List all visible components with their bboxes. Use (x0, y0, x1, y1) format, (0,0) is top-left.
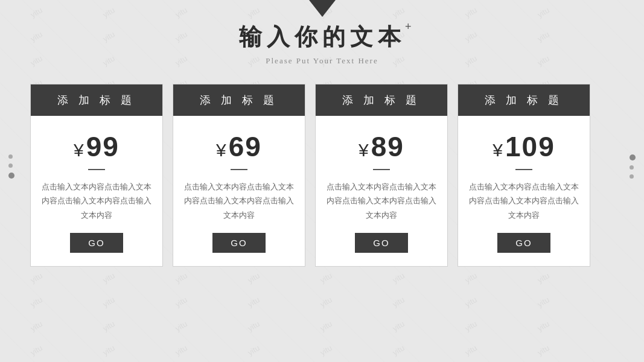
card-2-header: 添 加 标 题 (173, 84, 305, 116)
card-4-header: 添 加 标 题 (458, 84, 590, 116)
card-3-header: 添 加 标 题 (316, 84, 447, 116)
card-4-price: ¥109 (493, 130, 555, 163)
card-4: 添 加 标 题 ¥109 点击输入文本内容点击输入文本内容点击输入文本内容点击输… (457, 84, 590, 267)
title-plus-decoration: + (405, 21, 416, 33)
card-2-price: ¥69 (216, 130, 262, 163)
card-4-go-button[interactable]: GO (497, 233, 550, 253)
card-3-divider (373, 169, 390, 170)
page-title: 输入你的文本 + (239, 22, 406, 52)
card-1-currency: ¥ (74, 140, 85, 160)
card-3-go-button[interactable]: GO (355, 233, 407, 253)
card-2-header-title: 添 加 标 题 (200, 94, 278, 106)
card-3: 添 加 标 题 ¥89 点击输入文本内容点击输入文本内容点击输入文本内容点击输入… (315, 84, 448, 267)
card-2-go-button[interactable]: GO (212, 233, 265, 253)
card-1-header-title: 添 加 标 题 (57, 94, 135, 106)
card-1-go-button[interactable]: GO (70, 233, 123, 253)
card-3-header-title: 添 加 标 题 (342, 94, 420, 106)
card-4-currency: ¥ (493, 140, 504, 160)
card-4-divider (515, 169, 532, 170)
card-2-currency: ¥ (216, 140, 228, 160)
cards-container: 添 加 标 题 ¥99 点击输入文本内容点击输入文本内容点击输入文本内容点击输入… (0, 84, 644, 267)
page-title-text: 输入你的文本 (239, 24, 406, 49)
card-1: 添 加 标 题 ¥99 点击输入文本内容点击输入文本内容点击输入文本内容点击输入… (30, 84, 163, 267)
card-2-divider (231, 169, 247, 170)
card-1-divider (88, 169, 105, 170)
card-3-description: 点击输入文本内容点击输入文本内容点击输入文本内容点击输入文本内容 (316, 180, 447, 222)
card-3-price: ¥89 (359, 130, 404, 163)
card-2: 添 加 标 题 ¥69 点击输入文本内容点击输入文本内容点击输入文本内容点击输入… (173, 84, 305, 267)
card-4-description: 点击输入文本内容点击输入文本内容点击输入文本内容点击输入文本内容 (458, 180, 590, 222)
card-4-header-title: 添 加 标 题 (485, 94, 563, 106)
card-1-description: 点击输入文本内容点击输入文本内容点击输入文本内容点击输入文本内容 (31, 180, 162, 222)
card-1-price: ¥99 (74, 130, 120, 163)
top-arrow-decoration (309, 0, 336, 17)
card-1-header: 添 加 标 题 (31, 84, 162, 116)
page-subtitle: Please Put Your Text Here (266, 56, 378, 66)
cards-section: 添 加 标 题 ¥99 点击输入文本内容点击输入文本内容点击输入文本内容点击输入… (0, 66, 644, 267)
card-2-description: 点击输入文本内容点击输入文本内容点击输入文本内容点击输入文本内容 (173, 180, 305, 222)
main-content: 输入你的文本 + Please Put Your Text Here 添 加 标… (0, 0, 644, 267)
card-3-currency: ¥ (359, 140, 370, 160)
